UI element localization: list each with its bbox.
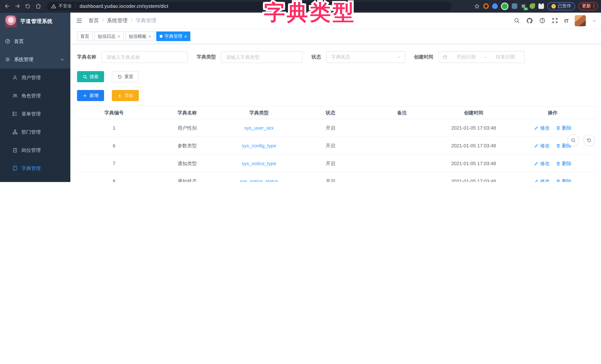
extension-puzzle-icon[interactable] [538, 3, 544, 9]
breadcrumb-current: 字典管理 [136, 17, 156, 24]
extension-icon-1[interactable] [483, 3, 489, 9]
sidebar-item-menu[interactable]: 菜单管理 [0, 105, 70, 123]
app-title: 芋道管理系统 [20, 18, 53, 25]
close-icon[interactable]: × [184, 34, 187, 39]
view-tab-3[interactable]: 短信模板× [125, 31, 154, 41]
start-date-placeholder: 开始日期 [451, 54, 481, 60]
extension-icon-4[interactable] [511, 3, 517, 9]
app-logo-row[interactable]: 芋道管理系统 [0, 13, 70, 30]
profile-paused-badge[interactable]: 已暂停 [547, 2, 575, 10]
add-button[interactable]: 新增 [77, 90, 104, 101]
view-tab-2[interactable]: 短信日志× [94, 31, 123, 41]
breadcrumb-system[interactable]: 系统管理 [107, 17, 128, 24]
delete-link[interactable]: 删除 [556, 125, 571, 131]
search-icon[interactable] [514, 17, 520, 24]
hamburger-icon[interactable] [76, 17, 83, 24]
edit-link[interactable]: 修改 [534, 178, 550, 182]
breadcrumb-home[interactable]: 首页 [89, 17, 99, 24]
edit-link[interactable]: 修改 [534, 125, 550, 131]
address-bar[interactable]: 不安全 dashboard.yudao.iocoder.cn/system/di… [47, 2, 452, 10]
menu-icon [12, 111, 18, 117]
search-label: 搜索 [90, 73, 99, 80]
refresh-icon [117, 74, 122, 79]
reload-icon[interactable] [23, 1, 33, 11]
gear-icon [5, 57, 10, 62]
column-header: 备注 [366, 110, 438, 116]
edit-link[interactable]: 修改 [534, 142, 550, 149]
extension-icon-6[interactable] [529, 3, 535, 9]
dict-type-link[interactable]: sys_notice_status [240, 179, 278, 182]
close-icon[interactable]: × [148, 34, 151, 39]
pencil-icon [534, 126, 539, 130]
delete-link[interactable]: 删除 [556, 178, 571, 182]
user-avatar[interactable] [575, 15, 586, 26]
help-icon[interactable] [539, 17, 545, 24]
sidebar-item-label: 用户管理 [21, 74, 41, 81]
sidebar-item-system[interactable]: 系统管理 [0, 50, 70, 69]
column-header: 创建时间 [438, 110, 510, 116]
dict-type-link[interactable]: sys_notice_type [242, 161, 276, 166]
view-tab-1[interactable]: 首页 [77, 31, 93, 41]
dict-type-link[interactable]: sys_config_type [242, 143, 276, 149]
date-range-picker[interactable]: 开始日期 ~ 结束日期 [439, 51, 525, 63]
forward-icon[interactable] [13, 1, 22, 11]
fullscreen-icon[interactable] [552, 17, 558, 24]
sidebar-item-label: 角色管理 [21, 92, 41, 99]
font-size-icon[interactable]: tT [564, 18, 568, 23]
delete-link[interactable]: 删除 [556, 160, 571, 167]
table-refresh-button[interactable] [583, 134, 595, 146]
create-time-label: 创建时间 [414, 54, 433, 60]
cell-status: 开启 [295, 142, 366, 149]
status-placeholder: 字典状态 [331, 54, 350, 60]
dict-name-label: 字典名称 [77, 54, 96, 60]
extension-icon-5[interactable]: on [521, 3, 526, 9]
bookmark-star-icon[interactable] [474, 3, 480, 9]
github-icon[interactable] [526, 17, 533, 24]
table-row: 7通知类型sys_notice_type开启2021-01-05 17:03:4… [77, 155, 596, 172]
cell-created-time: 2021-01-05 17:03:48 [438, 179, 510, 182]
sidebar-item-notice[interactable]: 通知公告 [0, 177, 70, 182]
dict-type-input[interactable] [221, 51, 302, 63]
sidebar-item-label: 菜单管理 [21, 111, 41, 117]
trash-icon [556, 161, 561, 166]
chrome-update-button[interactable]: 更新 [578, 2, 598, 10]
back-icon[interactable] [2, 1, 12, 11]
extension-icon-2[interactable] [492, 3, 498, 9]
chevron-up-icon [60, 57, 64, 62]
status-select[interactable]: 字典状态 [326, 51, 405, 63]
close-icon[interactable]: × [117, 34, 120, 39]
view-tab-4[interactable]: 字典管理× [156, 31, 190, 41]
breadcrumb: 首页 / 系统管理 / 字典管理 [89, 17, 156, 24]
app-logo [5, 16, 17, 27]
tab-label: 字典管理 [164, 33, 182, 40]
dict-icon [12, 165, 18, 171]
search-icon [83, 74, 87, 79]
export-button[interactable]: 导出 [112, 90, 139, 101]
dict-type-link[interactable]: sys_user_sex [244, 125, 274, 131]
column-header: 字典类型 [223, 110, 295, 116]
cell-status: 开启 [295, 178, 366, 182]
dict-name-input[interactable] [101, 51, 188, 63]
column-header: 操作 [510, 110, 596, 116]
search-button[interactable]: 搜索 [77, 71, 104, 82]
table-body: 1用户性别sys_user_sex开启2021-01-05 17:03:48修改… [77, 119, 596, 182]
menu-dots-icon[interactable] [593, 4, 594, 8]
table-row: 6参数类型sys_config_type开启2021-01-05 17:03:4… [77, 137, 596, 155]
pencil-icon [534, 161, 539, 166]
sidebar-item-role[interactable]: 角色管理 [0, 87, 70, 105]
home-icon[interactable] [33, 1, 43, 11]
reset-button[interactable]: 重置 [112, 71, 139, 82]
sidebar-item-dept[interactable]: 部门管理 [0, 123, 70, 141]
chevron-down-icon[interactable] [592, 18, 597, 23]
sidebar-item-post[interactable]: 岗位管理 [0, 141, 70, 159]
sidebar-item-user[interactable]: 用户管理 [0, 69, 70, 87]
cell-dict-name: 通知状态 [151, 178, 223, 182]
sidebar-item-home[interactable]: 首页 [0, 32, 70, 50]
column-header: 字典名称 [151, 110, 223, 116]
extension-icon-3[interactable] [501, 2, 508, 10]
table-search-button[interactable] [567, 134, 579, 146]
sidebar-item-dict[interactable]: 字典管理 [0, 159, 70, 177]
edit-link[interactable]: 修改 [534, 160, 550, 167]
download-icon [117, 93, 122, 98]
trash-icon [556, 126, 561, 130]
